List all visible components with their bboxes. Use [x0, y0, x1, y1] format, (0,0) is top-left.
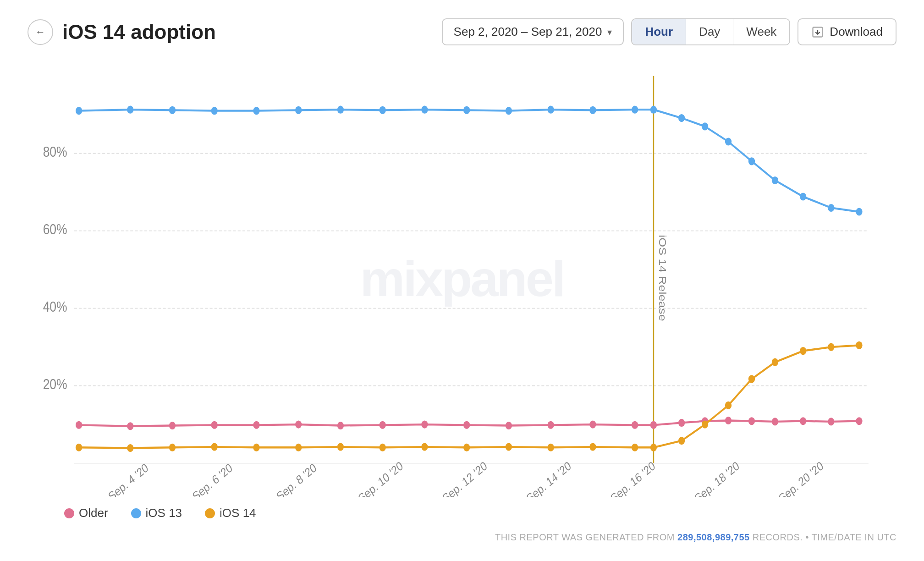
svg-point-32: [548, 106, 554, 114]
svg-point-50: [337, 422, 344, 429]
svg-point-69: [169, 444, 176, 451]
time-toggle-hour[interactable]: Hour: [632, 19, 686, 44]
svg-point-55: [548, 421, 554, 429]
svg-text:Sep. 20 '20: Sep. 20 '20: [777, 459, 825, 497]
legend-dot-ios13: [131, 508, 141, 518]
svg-point-76: [463, 444, 470, 451]
svg-text:Sep. 8 '20: Sep. 8 '20: [275, 461, 319, 497]
svg-text:iOS 14 Release: iOS 14 Release: [657, 235, 668, 321]
svg-text:40%: 40%: [43, 298, 67, 315]
back-button[interactable]: ←: [28, 19, 53, 45]
svg-point-48: [253, 421, 259, 429]
svg-point-80: [632, 444, 638, 451]
svg-point-67: [76, 444, 82, 451]
svg-text:60%: 60%: [43, 221, 67, 237]
svg-text:Sep. 12 '20: Sep. 12 '20: [440, 459, 489, 497]
svg-point-85: [748, 375, 755, 383]
svg-point-29: [421, 106, 428, 114]
download-icon: [811, 26, 824, 38]
svg-point-51: [380, 421, 386, 429]
svg-point-56: [589, 420, 596, 428]
svg-point-52: [421, 420, 428, 428]
svg-point-57: [632, 421, 638, 429]
svg-text:Sep. 14 '20: Sep. 14 '20: [524, 459, 573, 497]
svg-point-49: [295, 420, 302, 428]
download-button[interactable]: Download: [798, 18, 896, 45]
svg-point-43: [856, 208, 862, 215]
page-title: iOS 14 adoption: [62, 21, 216, 44]
svg-point-40: [772, 176, 778, 184]
svg-point-28: [380, 106, 386, 114]
date-range-text: Sep 2, 2020 – Sep 21, 2020: [454, 25, 602, 39]
svg-point-46: [169, 422, 176, 429]
time-toggle-group: Hour Day Week: [631, 18, 790, 45]
svg-text:Sep. 18 '20: Sep. 18 '20: [693, 459, 741, 497]
svg-point-21: [76, 107, 82, 115]
svg-text:Sep. 4 '20: Sep. 4 '20: [106, 461, 150, 497]
svg-point-82: [678, 437, 685, 445]
svg-point-62: [748, 417, 755, 425]
svg-point-37: [702, 122, 708, 130]
svg-point-31: [506, 107, 512, 115]
svg-point-70: [211, 443, 218, 451]
chevron-down-icon: ▾: [607, 27, 612, 38]
svg-point-75: [421, 443, 428, 451]
svg-point-38: [725, 138, 732, 145]
svg-point-64: [800, 417, 806, 425]
svg-point-74: [380, 444, 386, 451]
header-right: Sep 2, 2020 – Sep 21, 2020 ▾ Hour Day We…: [442, 18, 896, 45]
svg-point-79: [589, 443, 596, 451]
legend-label-older: Older: [79, 506, 108, 520]
svg-point-22: [127, 106, 133, 114]
legend-label-ios13: iOS 13: [146, 506, 182, 520]
svg-point-89: [856, 341, 862, 349]
svg-point-65: [828, 418, 834, 425]
footer-text: THIS REPORT WAS GENERATED FROM 289,508,9…: [28, 525, 896, 543]
svg-point-81: [650, 444, 657, 451]
svg-point-87: [800, 347, 806, 355]
svg-point-24: [211, 107, 218, 115]
svg-point-77: [506, 443, 512, 451]
svg-point-45: [127, 422, 133, 430]
legend-item-ios13: iOS 13: [131, 506, 182, 520]
svg-point-66: [856, 417, 862, 425]
svg-point-72: [295, 444, 302, 451]
legend-label-ios14: iOS 14: [220, 506, 256, 520]
header: ← iOS 14 adoption Sep 2, 2020 – Sep 21, …: [28, 18, 896, 45]
svg-point-23: [169, 106, 176, 114]
svg-point-35: [650, 106, 657, 114]
download-label: Download: [830, 25, 883, 39]
time-toggle-day[interactable]: Day: [686, 19, 733, 44]
svg-point-30: [463, 106, 470, 114]
time-toggle-week[interactable]: Week: [733, 19, 789, 44]
legend-dot-older: [64, 508, 74, 518]
header-left: ← iOS 14 adoption: [28, 19, 216, 45]
svg-point-33: [589, 106, 596, 114]
legend: Older iOS 13 iOS 14: [28, 497, 896, 525]
svg-text:20%: 20%: [43, 376, 67, 392]
svg-point-78: [548, 444, 554, 451]
svg-text:Sep. 16 '20: Sep. 16 '20: [609, 459, 657, 497]
svg-point-68: [127, 444, 133, 452]
line-chart: 80% 60% 40% 20% Sep. 4 '20 Sep. 6 '20 Se…: [28, 59, 896, 497]
svg-point-27: [337, 106, 344, 114]
svg-point-59: [678, 419, 685, 427]
chart-wrapper: mixpanel 80% 60% 40% 20%: [28, 59, 896, 497]
footer-before: THIS REPORT WAS GENERATED FROM: [495, 532, 677, 542]
legend-dot-ios14: [205, 508, 215, 518]
svg-point-34: [632, 106, 638, 114]
svg-point-42: [828, 204, 834, 212]
svg-point-41: [800, 192, 806, 200]
svg-point-25: [253, 107, 259, 115]
footer-records: 289,508,989,755: [677, 532, 750, 542]
svg-text:80%: 80%: [43, 143, 67, 160]
svg-text:Sep. 10 '20: Sep. 10 '20: [356, 459, 405, 497]
svg-point-44: [76, 421, 82, 429]
chart-area: mixpanel 80% 60% 40% 20%: [28, 59, 896, 543]
date-range-button[interactable]: Sep 2, 2020 – Sep 21, 2020 ▾: [442, 18, 624, 45]
svg-point-54: [506, 422, 512, 429]
svg-point-63: [772, 418, 778, 425]
footer-after: RECORDS. • TIME/DATE IN UTC: [750, 532, 896, 542]
svg-point-84: [725, 402, 732, 409]
legend-item-ios14: iOS 14: [205, 506, 256, 520]
